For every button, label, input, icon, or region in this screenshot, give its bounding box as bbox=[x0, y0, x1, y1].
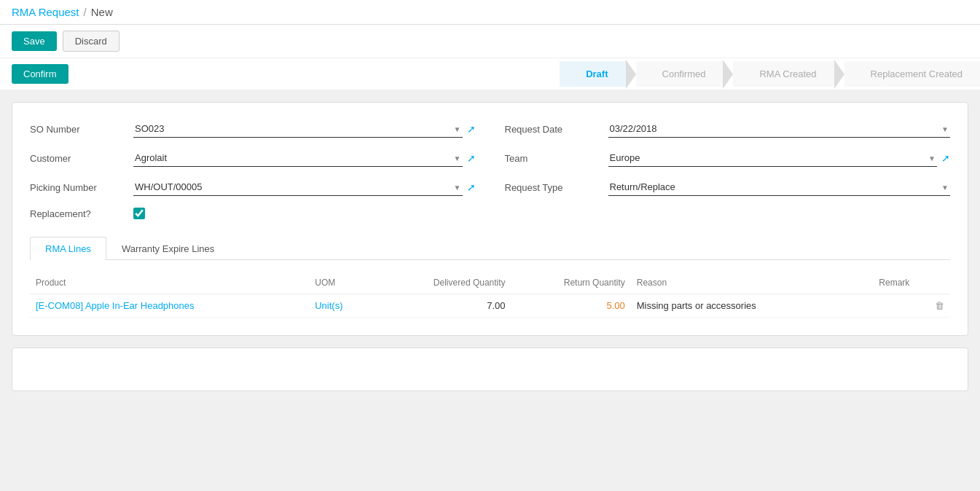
discard-button[interactable]: Discard bbox=[63, 31, 119, 52]
picking-number-label: Picking Number bbox=[30, 182, 125, 193]
rma-lines-table: Product UOM Delivered Quantity Return Qu… bbox=[30, 272, 950, 318]
so-number-select[interactable]: SO023 bbox=[133, 120, 463, 138]
pipeline-arrow-confirmed bbox=[723, 60, 733, 89]
breadcrumb-parent[interactable]: RMA Request bbox=[12, 6, 79, 18]
pipeline-step-confirmed[interactable]: Confirmed bbox=[636, 60, 734, 89]
team-label: Team bbox=[505, 153, 600, 164]
table-header: Product UOM Delivered Quantity Return Qu… bbox=[30, 272, 950, 294]
bottom-card bbox=[12, 347, 968, 391]
request-date-label: Request Date bbox=[505, 124, 600, 135]
col-delivered-qty: Delivered Quantity bbox=[374, 272, 511, 294]
so-number-external-link-icon[interactable]: ➚ bbox=[467, 123, 476, 135]
picking-number-field: WH/OUT/00005 ▼ ➚ bbox=[133, 178, 476, 196]
col-return-qty: Return Quantity bbox=[511, 272, 631, 294]
request-type-field: Return/Replace ▼ bbox=[608, 178, 951, 196]
picking-number-select[interactable]: WH/OUT/00005 bbox=[133, 178, 463, 196]
customer-external-link-icon[interactable]: ➚ bbox=[467, 152, 476, 164]
team-select-wrapper: Europe ▼ bbox=[608, 149, 938, 167]
customer-select-wrapper: Agrolait ▼ bbox=[133, 149, 463, 167]
request-date-field: 03/22/2018 ▼ bbox=[608, 120, 951, 138]
request-type-select-wrapper: Return/Replace ▼ bbox=[608, 178, 951, 196]
team-row: Team Europe ▼ ➚ bbox=[505, 149, 951, 167]
form-grid: SO Number SO023 ▼ ➚ Request Date bbox=[30, 120, 950, 219]
pipeline-label-draft: Draft bbox=[560, 61, 625, 87]
picking-number-select-wrapper: WH/OUT/00005 ▼ bbox=[133, 178, 463, 196]
team-select[interactable]: Europe bbox=[608, 149, 938, 167]
so-number-label: SO Number bbox=[30, 124, 125, 135]
save-button[interactable]: Save bbox=[12, 31, 57, 51]
customer-row: Customer Agrolait ▼ ➚ bbox=[30, 149, 476, 167]
td-remark bbox=[846, 294, 915, 318]
so-number-row: SO Number SO023 ▼ ➚ bbox=[30, 120, 476, 138]
confirm-button[interactable]: Confirm bbox=[12, 64, 68, 84]
td-reason: Missing parts or accessories bbox=[631, 294, 846, 318]
pipeline-step-draft[interactable]: Draft bbox=[560, 60, 635, 89]
request-date-select-wrapper: 03/22/2018 ▼ bbox=[608, 120, 951, 138]
table-body: [E-COM08] Apple In-Ear HeadphonesUnit(s)… bbox=[30, 294, 950, 318]
col-actions bbox=[915, 272, 950, 294]
pipeline-container: DraftConfirmedRMA CreatedReplacement Cre… bbox=[560, 58, 980, 90]
request-date-row: Request Date 03/22/2018 ▼ bbox=[505, 120, 951, 138]
table-row: [E-COM08] Apple In-Ear HeadphonesUnit(s)… bbox=[30, 294, 950, 318]
pipeline-arrow-draft bbox=[626, 60, 636, 89]
table-header-row: Product UOM Delivered Quantity Return Qu… bbox=[30, 272, 950, 294]
top-bar: RMA Request / New bbox=[0, 0, 980, 25]
replacement-field bbox=[133, 208, 476, 219]
col-reason: Reason bbox=[631, 272, 846, 294]
replacement-row: Replacement? bbox=[30, 208, 476, 219]
tab-warranty_expire_lines[interactable]: Warranty Expire Lines bbox=[106, 237, 230, 260]
picking-number-external-link-icon[interactable]: ➚ bbox=[467, 181, 476, 193]
td-delete[interactable]: 🗑 bbox=[915, 294, 950, 318]
pipeline-label-replacement_created: Replacement Created bbox=[844, 61, 980, 87]
tab-rma_lines[interactable]: RMA Lines bbox=[30, 237, 106, 260]
team-field: Europe ▼ ➚ bbox=[608, 149, 951, 167]
so-number-select-wrapper: SO023 ▼ bbox=[133, 120, 463, 138]
confirm-button-wrap: Confirm bbox=[0, 58, 80, 90]
pipeline-step-replacement_created[interactable]: Replacement Created bbox=[844, 61, 980, 87]
pipeline-step-rma_created[interactable]: RMA Created bbox=[733, 60, 844, 89]
td-product: [E-COM08] Apple In-Ear Headphones bbox=[30, 294, 309, 318]
form-card: SO Number SO023 ▼ ➚ Request Date bbox=[12, 102, 968, 336]
request-type-label: Request Type bbox=[505, 182, 600, 193]
request-date-select[interactable]: 03/22/2018 bbox=[608, 120, 951, 138]
pipeline-label-rma_created: RMA Created bbox=[733, 61, 834, 87]
status-bar: Confirm DraftConfirmedRMA CreatedReplace… bbox=[0, 58, 980, 90]
pipeline-label-confirmed: Confirmed bbox=[636, 61, 724, 87]
customer-label: Customer bbox=[30, 153, 125, 164]
breadcrumb-current: New bbox=[91, 6, 113, 18]
request-type-select[interactable]: Return/Replace bbox=[608, 178, 951, 196]
col-remark: Remark bbox=[846, 272, 915, 294]
col-product: Product bbox=[30, 272, 309, 294]
col-uom: UOM bbox=[309, 272, 374, 294]
request-type-row: Request Type Return/Replace ▼ bbox=[505, 178, 951, 196]
replacement-label: Replacement? bbox=[30, 208, 125, 219]
picking-number-row: Picking Number WH/OUT/00005 ▼ ➚ bbox=[30, 178, 476, 196]
empty-cell bbox=[505, 208, 951, 219]
replacement-checkbox[interactable] bbox=[133, 208, 145, 219]
breadcrumb: RMA Request / New bbox=[12, 6, 113, 18]
tabs: RMA LinesWarranty Expire Lines bbox=[30, 237, 950, 260]
so-number-field: SO023 ▼ ➚ bbox=[133, 120, 476, 138]
pipeline-arrow-rma_created bbox=[834, 60, 844, 89]
customer-select[interactable]: Agrolait bbox=[133, 149, 463, 167]
main-content: SO Number SO023 ▼ ➚ Request Date bbox=[0, 90, 980, 403]
team-external-link-icon[interactable]: ➚ bbox=[941, 152, 950, 164]
breadcrumb-separator: / bbox=[84, 6, 87, 18]
action-bar: Save Discard bbox=[0, 25, 980, 58]
td-return-qty: 5.00 bbox=[511, 294, 631, 318]
customer-field: Agrolait ▼ ➚ bbox=[133, 149, 476, 167]
td-delivered-qty: 7.00 bbox=[374, 294, 511, 318]
td-uom: Unit(s) bbox=[309, 294, 374, 318]
